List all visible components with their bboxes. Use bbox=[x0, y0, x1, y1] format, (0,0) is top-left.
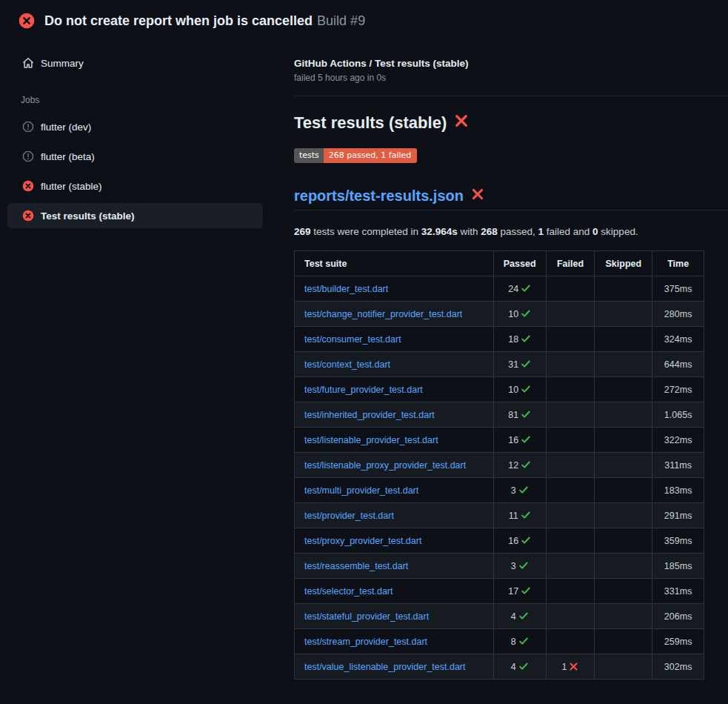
stop-icon bbox=[22, 150, 34, 162]
suite-link[interactable]: test/proxy_provider_test.dart bbox=[304, 536, 421, 546]
check-run-name: Do not create report when job is cancell… bbox=[44, 13, 313, 28]
suite-link[interactable]: test/context_test.dart bbox=[304, 359, 390, 370]
page-header: Do not create report when job is cancell… bbox=[0, 0, 728, 40]
failed-cell bbox=[546, 377, 595, 402]
suite-link[interactable]: test/change_notifier_provider_test.dart bbox=[304, 309, 462, 319]
failed-cell bbox=[546, 478, 595, 503]
skipped-cell bbox=[595, 377, 652, 402]
report-link[interactable]: reports/test-results.json bbox=[294, 187, 464, 205]
summary-text: failed and bbox=[544, 226, 592, 237]
check-icon bbox=[518, 636, 529, 646]
skipped-cell bbox=[595, 276, 652, 302]
x-icon bbox=[454, 113, 469, 133]
table-row: test/selector_test.dart17331ms bbox=[295, 579, 704, 604]
suite-cell: test/future_provider_test.dart bbox=[295, 377, 494, 402]
suite-link[interactable]: test/selector_test.dart bbox=[304, 586, 393, 597]
page-title: Do not create report when job is cancell… bbox=[44, 13, 365, 29]
table-row: test/value_listenable_provider_test.dart… bbox=[295, 654, 704, 680]
skipped-cell bbox=[595, 402, 652, 428]
suite-cell: test/reassemble_test.dart bbox=[295, 554, 494, 579]
sidebar-item-flutter-dev[interactable]: flutter (dev) bbox=[7, 114, 263, 139]
table-row: test/listenable_provider_test.dart16322m… bbox=[295, 428, 704, 453]
summary-line: 269 tests were completed in 32.964s with… bbox=[294, 226, 728, 237]
suite-cell: test/builder_test.dart bbox=[295, 276, 494, 302]
sidebar-item-flutter-stable[interactable]: flutter (stable) bbox=[7, 173, 263, 199]
suite-cell: test/proxy_provider_test.dart bbox=[295, 528, 494, 554]
suite-cell: test/inherited_provider_test.dart bbox=[295, 402, 494, 428]
check-icon bbox=[521, 409, 531, 419]
suite-link[interactable]: test/stateful_provider_test.dart bbox=[304, 611, 429, 622]
suite-link[interactable]: test/stream_provider_test.dart bbox=[304, 637, 427, 647]
passed-cell: 3 bbox=[493, 478, 546, 503]
results-table-body: test/builder_test.dart24375mstest/change… bbox=[295, 276, 704, 680]
time-cell: 644ms bbox=[652, 352, 704, 377]
sidebar-item-label: flutter (beta) bbox=[41, 151, 95, 162]
skipped-cell bbox=[595, 579, 652, 604]
result-heading: Test results (stable) bbox=[294, 113, 728, 133]
failed-cell bbox=[546, 402, 595, 428]
suite-cell: test/listenable_proxy_provider_test.dart bbox=[295, 453, 494, 478]
table-row: test/listenable_proxy_provider_test.dart… bbox=[295, 453, 704, 478]
passed-cell: 10 bbox=[493, 302, 546, 327]
suite-link[interactable]: test/listenable_provider_test.dart bbox=[304, 435, 438, 445]
passed-cell: 10 bbox=[493, 377, 546, 402]
suite-link[interactable]: test/provider_test.dart bbox=[304, 511, 394, 521]
sidebar-item-test-results-stable[interactable]: Test results (stable) bbox=[7, 203, 263, 228]
divider bbox=[294, 96, 728, 96]
failed-cell bbox=[546, 528, 595, 554]
suite-cell: test/context_test.dart bbox=[295, 352, 494, 377]
passed-cell: 4 bbox=[493, 604, 546, 629]
suite-link[interactable]: test/listenable_proxy_provider_test.dart bbox=[304, 460, 466, 471]
table-header-row: Test suite Passed Failed Skipped Time bbox=[295, 251, 704, 276]
failed-cell bbox=[546, 453, 595, 478]
sidebar-item-label: Summary bbox=[41, 58, 84, 69]
sidebar-item-label: flutter (stable) bbox=[41, 181, 102, 192]
check-icon bbox=[521, 585, 531, 596]
suite-link[interactable]: test/consumer_test.dart bbox=[304, 334, 401, 345]
col-header-time: Time bbox=[652, 251, 704, 276]
x-icon bbox=[569, 662, 578, 671]
check-icon bbox=[521, 308, 531, 319]
skipped-cell bbox=[595, 478, 652, 503]
table-row: test/consumer_test.dart18324ms bbox=[295, 327, 704, 352]
skipped-cell bbox=[595, 327, 652, 352]
x-circle-icon bbox=[22, 180, 34, 192]
suite-link[interactable]: test/future_provider_test.dart bbox=[304, 385, 423, 395]
x-circle-icon bbox=[19, 13, 35, 29]
time-cell: 322ms bbox=[652, 428, 704, 453]
badge-label: tests bbox=[294, 148, 324, 163]
failed-cell bbox=[546, 629, 595, 654]
passed-count: 268 bbox=[481, 226, 498, 237]
result-heading-text: Test results (stable) bbox=[294, 113, 447, 133]
skipped-cell bbox=[595, 352, 652, 377]
sidebar-item-summary[interactable]: Summary bbox=[7, 50, 263, 76]
col-header-skipped: Skipped bbox=[595, 251, 652, 276]
check-meta: failed 5 hours ago in 0s bbox=[294, 73, 728, 83]
check-icon bbox=[521, 384, 531, 394]
failed-cell bbox=[546, 327, 595, 352]
check-icon bbox=[518, 661, 529, 671]
time-cell: 324ms bbox=[652, 327, 704, 352]
suite-link[interactable]: test/reassemble_test.dart bbox=[304, 561, 408, 571]
time-cell: 291ms bbox=[652, 503, 704, 528]
skipped-cell bbox=[595, 302, 652, 327]
passed-cell: 81 bbox=[493, 402, 546, 428]
suite-link[interactable]: test/builder_test.dart bbox=[304, 284, 388, 294]
suite-link[interactable]: test/inherited_provider_test.dart bbox=[304, 410, 435, 420]
check-icon bbox=[521, 459, 531, 470]
summary-text: with bbox=[458, 226, 481, 237]
suite-cell: test/change_notifier_provider_test.dart bbox=[295, 302, 494, 327]
skipped-cell bbox=[595, 503, 652, 528]
suite-link[interactable]: test/multi_provider_test.dart bbox=[304, 485, 418, 496]
stop-icon bbox=[22, 121, 34, 133]
suite-cell: test/consumer_test.dart bbox=[295, 327, 494, 352]
failed-cell bbox=[546, 554, 595, 579]
col-header-test-suite: Test suite bbox=[295, 251, 494, 276]
suite-link[interactable]: test/value_listenable_provider_test.dart bbox=[304, 662, 466, 672]
sidebar-item-flutter-beta[interactable]: flutter (beta) bbox=[7, 144, 263, 169]
check-icon bbox=[521, 510, 531, 520]
suite-cell: test/stateful_provider_test.dart bbox=[295, 604, 494, 629]
failed-cell bbox=[546, 352, 595, 377]
total-count: 269 bbox=[294, 226, 311, 237]
table-row: test/provider_test.dart11291ms bbox=[295, 503, 704, 528]
